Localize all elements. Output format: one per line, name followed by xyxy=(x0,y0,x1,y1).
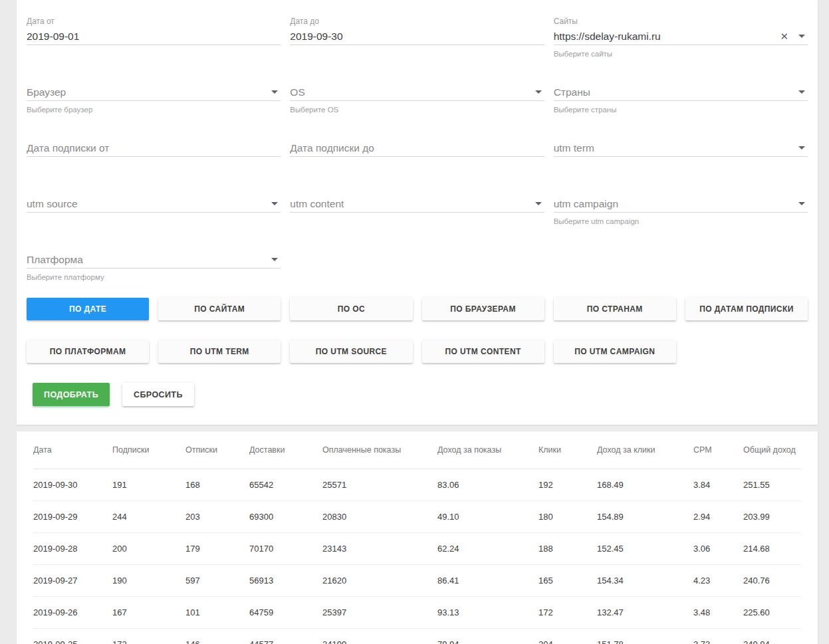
cell-value: 597 xyxy=(185,564,249,596)
tab-by-platforms[interactable]: ПО ПЛАТФОРМАМ xyxy=(27,340,149,363)
cell-value: 3.48 xyxy=(693,596,743,628)
tab-by-utm-term[interactable]: ПО UTM TERM xyxy=(158,340,281,363)
field-control[interactable]: OS xyxy=(290,84,544,101)
cell-value: 69300 xyxy=(249,500,322,532)
filter-field-subscription-date-to[interactable]: Дата подписки до xyxy=(290,126,544,182)
field-label: Сайты xyxy=(554,15,808,28)
field-control[interactable]: Дата подписки от xyxy=(27,140,281,157)
filter-field-platform[interactable]: ПлатформаВыберите платформу xyxy=(27,238,281,294)
tab-by-countries[interactable]: ПО СТРАНАМ xyxy=(554,298,676,320)
filter-field-sites[interactable]: Сайтыhttps://sdelay-rukami.ru✕Выберите с… xyxy=(554,15,808,70)
cell-value: 203.99 xyxy=(743,500,801,532)
column-header: Доставки xyxy=(249,431,322,469)
filter-field-browser[interactable]: БраузерВыберите браузер xyxy=(27,70,281,126)
tab-by-sites[interactable]: ПО САЙТАМ xyxy=(158,298,281,320)
cell-date: 2019-09-26 xyxy=(33,596,112,628)
tab-by-date[interactable]: ПО ДАТЕ xyxy=(27,298,149,320)
field-helper xyxy=(290,45,544,50)
field-control[interactable]: Платформа xyxy=(27,251,281,268)
cell-value: 167 xyxy=(112,596,185,628)
field-placeholder: OS xyxy=(290,86,304,98)
cell-value: 24199 xyxy=(322,628,437,644)
tab-by-utm-source[interactable]: ПО UTM SOURCE xyxy=(290,340,412,363)
filter-field-os[interactable]: OSВыберите OS xyxy=(290,70,544,126)
tab-by-os[interactable]: ПО ОС xyxy=(290,298,412,320)
field-helper: Выберите utm campaign xyxy=(554,213,808,225)
field-icons xyxy=(271,258,281,261)
filter-field-countries[interactable]: СтраныВыберите страны xyxy=(554,70,808,126)
cell-value: 190 xyxy=(112,564,185,596)
cell-value: 62.24 xyxy=(437,532,538,564)
filters-panel: Дата от2019-09-01Дата до2019-09-30Сайтыh… xyxy=(17,0,818,425)
filter-field-date-to[interactable]: Дата до2019-09-30 xyxy=(290,15,544,70)
column-header: Оплаченные показы xyxy=(322,431,437,469)
dropdown-caret-icon[interactable] xyxy=(798,202,805,205)
field-helper xyxy=(290,213,544,217)
field-control[interactable]: utm source xyxy=(27,195,281,213)
cell-value: 154.34 xyxy=(597,564,693,596)
cell-value: 83.06 xyxy=(437,469,538,500)
tab-by-utm-content[interactable]: ПО UTM CONTENT xyxy=(422,340,544,363)
filter-field-subscription-date-from[interactable]: Дата подписки от xyxy=(27,126,281,182)
field-control[interactable]: https://sdelay-rukami.ru✕ xyxy=(554,28,808,45)
reset-button[interactable]: СБРОСИТЬ xyxy=(122,383,194,406)
field-label xyxy=(554,70,808,84)
tab-by-subscription-dates[interactable]: ПО ДАТАМ ПОДПИСКИ xyxy=(685,298,808,320)
field-control[interactable]: Страны xyxy=(554,84,808,101)
filter-field-utm-term[interactable]: utm term xyxy=(554,126,808,182)
field-placeholder: Браузер xyxy=(27,86,66,98)
cell-value: 249.94 xyxy=(743,628,801,644)
field-label xyxy=(27,238,281,251)
dropdown-caret-icon[interactable] xyxy=(798,35,805,38)
cell-value: 2.94 xyxy=(693,500,743,532)
field-icons xyxy=(798,202,808,205)
dropdown-caret-icon[interactable] xyxy=(535,90,542,94)
tab-by-browsers[interactable]: ПО БРАУЗЕРАМ xyxy=(422,298,544,320)
field-control[interactable]: Браузер xyxy=(27,84,281,101)
submit-button[interactable]: ПОДОБРАТЬ xyxy=(33,383,110,406)
dropdown-caret-icon[interactable] xyxy=(535,202,542,205)
cell-value: 3.84 xyxy=(693,469,743,500)
cell-value: 188 xyxy=(538,532,597,564)
cell-value: 4.23 xyxy=(693,564,743,596)
table-row: 2019-09-28200179701702314362.24188152.45… xyxy=(33,532,801,564)
column-header: Подписки xyxy=(112,431,185,469)
field-icons xyxy=(798,146,808,150)
field-placeholder: Платформа xyxy=(27,254,83,266)
filter-field-utm-source[interactable]: utm source xyxy=(27,182,281,238)
cell-value: 25571 xyxy=(322,469,437,500)
cell-value: 225.60 xyxy=(743,596,801,628)
cell-value: 172 xyxy=(112,628,185,644)
filter-field-utm-campaign[interactable]: utm campaignВыберите utm campaign xyxy=(554,182,808,238)
dropdown-caret-icon[interactable] xyxy=(798,90,805,94)
dropdown-caret-icon[interactable] xyxy=(798,146,805,150)
cell-value: 191 xyxy=(112,469,185,500)
field-icons xyxy=(271,90,281,94)
cell-date: 2019-09-30 xyxy=(33,469,112,500)
field-control[interactable]: Дата подписки до xyxy=(290,140,544,157)
field-control[interactable]: utm content xyxy=(290,195,544,213)
analytics-page: Дата от2019-09-01Дата до2019-09-30Сайтыh… xyxy=(0,0,829,644)
field-control[interactable]: utm campaign xyxy=(554,195,808,213)
dropdown-caret-icon[interactable] xyxy=(271,202,278,205)
field-label: Дата до xyxy=(290,15,544,28)
clear-icon[interactable]: ✕ xyxy=(780,31,788,41)
dropdown-caret-icon[interactable] xyxy=(271,258,278,261)
tab-by-utm-campaign[interactable]: ПО UTM CAMPAIGN xyxy=(554,340,676,363)
cell-value: 132.47 xyxy=(597,596,693,628)
dropdown-caret-icon[interactable] xyxy=(271,90,278,94)
field-control[interactable]: 2019-09-30 xyxy=(290,28,544,45)
cell-value: 165 xyxy=(538,564,597,596)
cell-value: 49.10 xyxy=(437,500,538,532)
cell-date: 2019-09-29 xyxy=(33,500,112,532)
cell-value: 146 xyxy=(185,628,249,644)
table-row: 2019-09-30191168655422557183.06192168.49… xyxy=(33,469,801,500)
cell-value: 70170 xyxy=(249,532,322,564)
field-label: Дата от xyxy=(27,15,281,28)
filter-field-date-from[interactable]: Дата от2019-09-01 xyxy=(27,15,281,70)
filter-field-utm-content[interactable]: utm content xyxy=(290,182,544,238)
field-value: 2019-09-30 xyxy=(290,31,342,43)
field-control[interactable]: 2019-09-01 xyxy=(27,28,281,45)
cell-value: 44577 xyxy=(249,628,322,644)
field-control[interactable]: utm term xyxy=(554,140,808,157)
